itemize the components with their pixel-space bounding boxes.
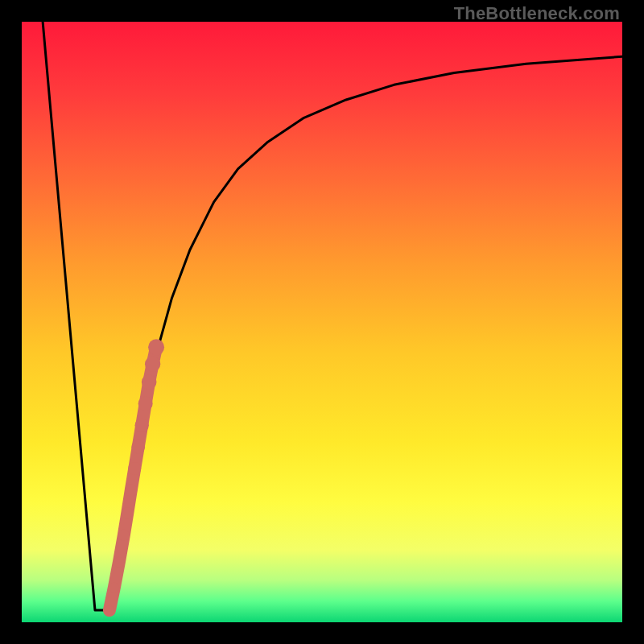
watermark-text: TheBottleneck.com [454,3,620,24]
marker-dot [135,419,149,432]
marker-dot [105,605,114,615]
marker-dot [125,484,137,496]
marker-dot [142,374,157,390]
marker-dot [118,530,130,541]
chart-svg [22,22,622,622]
plot-area [22,22,622,622]
marker-dot [109,582,120,592]
marker-dot [145,357,160,372]
marker-dot [114,557,124,568]
marker-dot [148,339,164,355]
marker-dot [138,396,153,411]
marker-dot [128,462,141,475]
marker-dot [131,440,145,454]
chart-frame: TheBottleneck.com [0,0,644,644]
marker-dot [122,507,134,519]
